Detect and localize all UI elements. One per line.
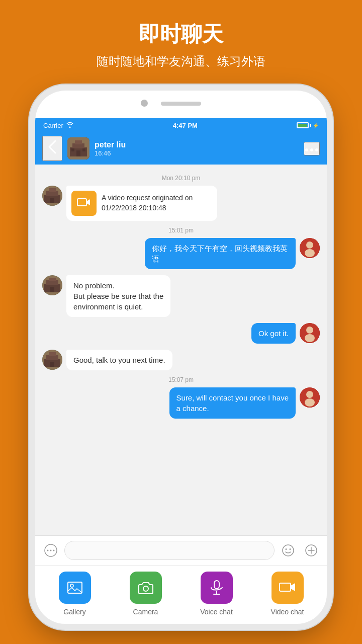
contact-avatar-msg2 xyxy=(42,275,62,295)
status-bar: Carrier 4:47 PM ⚡ xyxy=(35,118,327,132)
battery-bolt-icon: ⚡ xyxy=(313,123,319,128)
svg-rect-46 xyxy=(214,581,219,589)
message-row-incoming-2: Good, talk to you next time. xyxy=(42,350,320,370)
battery-tip xyxy=(310,124,311,127)
svg-point-33 xyxy=(306,391,313,398)
toolbar-item-camera[interactable]: Camera xyxy=(118,572,173,616)
toolbar-item-gallery[interactable]: Gallery xyxy=(47,572,103,616)
svg-rect-30 xyxy=(49,352,56,356)
svg-rect-15 xyxy=(77,199,86,206)
messages-area[interactable]: Mon 20:10 pm xyxy=(35,165,327,535)
contact-avatar xyxy=(67,137,89,159)
message-bubble-outgoing: 你好，我今天下午有空，回头视频教我英语 xyxy=(145,238,296,269)
input-area xyxy=(35,535,327,565)
timestamp-1: Mon 20:10 pm xyxy=(42,175,320,182)
svg-rect-31 xyxy=(50,362,54,367)
svg-rect-4 xyxy=(76,150,80,156)
svg-point-25 xyxy=(306,327,313,334)
video-chat-label: Video chat xyxy=(271,608,304,616)
self-avatar-msg3 xyxy=(300,387,320,408)
svg-point-40 xyxy=(286,548,287,550)
svg-point-38 xyxy=(53,550,55,551)
message-row: A video request originated on 01/22/2018… xyxy=(42,186,320,221)
phone-camera xyxy=(141,100,148,107)
svg-rect-49 xyxy=(280,583,291,591)
svg-point-36 xyxy=(47,550,49,551)
message-text-5: Sure, will contact you once I havea chan… xyxy=(176,393,289,413)
voice-input-button[interactable] xyxy=(41,541,60,560)
camera-icon-box xyxy=(130,572,162,604)
message-row-outgoing-3: Sure, will contact you once I havea chan… xyxy=(42,387,320,419)
svg-point-34 xyxy=(305,398,315,407)
wifi-icon xyxy=(66,122,74,129)
svg-rect-5 xyxy=(71,148,74,151)
battery-fill xyxy=(298,124,307,127)
contact-avatar-msg xyxy=(42,186,62,206)
svg-rect-14 xyxy=(50,198,54,203)
svg-point-45 xyxy=(143,586,148,591)
gallery-label: Gallery xyxy=(63,608,85,616)
message-text-4: Good, talk to you next time. xyxy=(73,356,165,364)
carrier-info: Carrier xyxy=(43,122,74,129)
svg-point-26 xyxy=(305,334,315,342)
contact-info: peter liu 16:46 xyxy=(95,140,304,157)
message-bubble-incoming: No problem.But please be sure that theen… xyxy=(66,275,170,317)
svg-point-7 xyxy=(305,148,308,151)
svg-rect-23 xyxy=(50,287,54,292)
message-text-2: No problem.But please be sure that theen… xyxy=(73,281,163,311)
voice-chat-label: Voice chat xyxy=(200,608,233,616)
video-icon-box xyxy=(71,191,97,216)
page-subtitle: 随时随地和学友沟通、练习外语 xyxy=(10,53,352,69)
svg-rect-3 xyxy=(75,140,82,144)
carrier-label: Carrier xyxy=(43,122,63,129)
status-time: 4:47 PM xyxy=(173,122,198,129)
video-icon-box-toolbar xyxy=(272,572,304,604)
message-bubble-outgoing-3: Sure, will contact you once I havea chan… xyxy=(169,387,296,419)
message-row-outgoing: 你好，我今天下午有空，回头视频教我英语 xyxy=(42,238,320,269)
screen: Carrier 4:47 PM ⚡ xyxy=(35,118,327,624)
add-button[interactable] xyxy=(302,541,321,560)
timestamp-3: 15:07 pm xyxy=(42,376,320,383)
phone-speaker xyxy=(161,102,201,106)
toolbar-item-video[interactable]: Video chat xyxy=(260,572,315,616)
phone-frame: Carrier 4:47 PM ⚡ xyxy=(35,91,327,624)
svg-point-18 xyxy=(305,249,315,257)
avatar-img xyxy=(67,137,89,159)
battery-box xyxy=(297,122,309,128)
message-input[interactable] xyxy=(64,541,275,560)
voice-icon-box xyxy=(201,572,233,604)
svg-point-9 xyxy=(315,148,318,151)
contact-avatar-msg3 xyxy=(42,350,62,370)
message-row-outgoing-2: Ok got it. xyxy=(42,323,320,344)
contact-name: peter liu xyxy=(95,140,304,149)
page-title: 即时聊天 xyxy=(10,20,352,48)
top-header: 即时聊天 随时随地和学友沟通、练习外语 xyxy=(0,0,362,79)
self-avatar-msg2 xyxy=(300,323,320,343)
phone-inner: Carrier 4:47 PM ⚡ xyxy=(35,91,327,624)
svg-point-8 xyxy=(310,148,313,151)
background: 即时聊天 随时随地和学友沟通、练习外语 Carrier xyxy=(0,0,362,644)
self-avatar-msg xyxy=(300,238,320,258)
message-bubble-incoming-2: Good, talk to you next time. xyxy=(66,350,172,370)
message-bubble-outgoing-2: Ok got it. xyxy=(251,323,296,344)
emoji-button[interactable] xyxy=(279,541,298,560)
svg-rect-13 xyxy=(49,188,56,192)
timestamp-2: 15:01 pm xyxy=(42,227,320,234)
battery-indicator: ⚡ xyxy=(297,122,319,128)
message-row-incoming: No problem.But please be sure that theen… xyxy=(42,275,320,317)
camera-label: Camera xyxy=(133,608,158,616)
svg-rect-43 xyxy=(68,582,82,593)
back-button[interactable] xyxy=(42,136,62,161)
message-text: 你好，我今天下午有空，回头视频教我英语 xyxy=(152,244,288,263)
bottom-toolbar: Gallery Camera xyxy=(35,565,327,624)
video-request-bubble: A video request originated on 01/22/2018… xyxy=(66,186,217,221)
more-options-button[interactable] xyxy=(304,142,320,155)
svg-point-39 xyxy=(283,545,294,556)
toolbar-item-voice[interactable]: Voice chat xyxy=(189,572,244,616)
svg-point-41 xyxy=(290,548,291,550)
message-text-3: Ok got it. xyxy=(258,329,289,338)
gallery-icon-box xyxy=(59,572,91,604)
svg-rect-6 xyxy=(82,148,85,151)
contact-status: 16:46 xyxy=(95,149,304,157)
svg-point-37 xyxy=(50,550,52,551)
